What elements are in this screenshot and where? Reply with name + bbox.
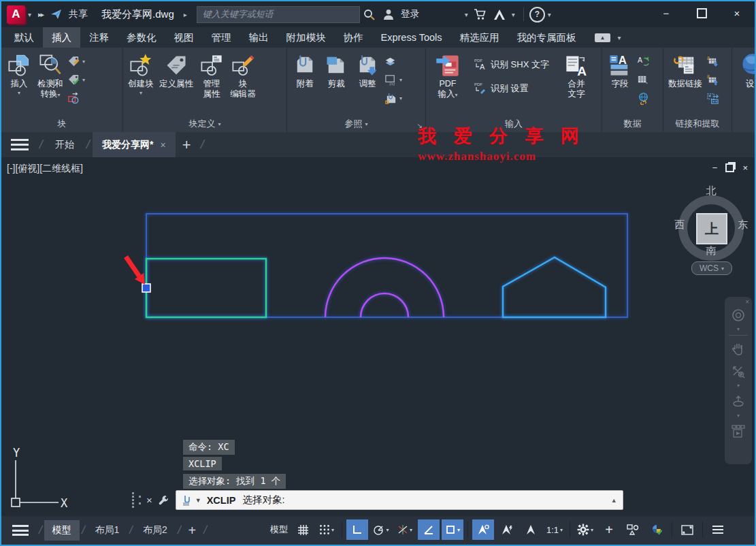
user-icon[interactable] <box>381 7 396 22</box>
file-tab-start[interactable]: 开始 <box>46 132 84 157</box>
selection-grip[interactable] <box>142 284 150 292</box>
viewport-controls-label[interactable]: [-][俯视][二维线框] <box>7 163 83 175</box>
zoom-caret-icon[interactable]: ▾ <box>725 383 752 390</box>
frame-caret-icon[interactable]: ▾ <box>399 77 402 83</box>
viewport-close-icon[interactable]: × <box>742 163 748 173</box>
navigation-wheel-icon[interactable] <box>725 304 752 327</box>
panel-link-extract-label[interactable]: 链接和提取 <box>663 116 732 132</box>
command-options-caret-icon[interactable]: ▼ <box>195 497 201 504</box>
sync-attribute-caret-icon[interactable]: ▾ <box>82 77 85 83</box>
autodesk-caret-icon[interactable]: ▾ <box>512 11 515 18</box>
isodraft-toggle[interactable] <box>418 519 440 540</box>
reference-dialog-launcher-icon[interactable]: ↘ <box>417 122 423 129</box>
command-line-close-icon[interactable]: × <box>146 494 152 506</box>
wcs-dropdown[interactable]: WCS▾ <box>691 261 732 275</box>
clip-button[interactable]: 剪裁 <box>321 50 351 91</box>
search-input[interactable]: 键入关键字或短语 <box>197 6 360 23</box>
edit-attribute-button[interactable]: ▾ <box>67 54 85 68</box>
tab-annotate[interactable]: 注释 <box>80 27 118 48</box>
tab-collaborate[interactable]: 协作 <box>335 27 372 48</box>
data-link-button[interactable]: 数据链接 <box>666 50 704 91</box>
file-tab-close-icon[interactable]: × <box>160 140 165 150</box>
panel-block-label[interactable]: 块 <box>1 116 122 132</box>
close-button[interactable]: × <box>719 1 755 25</box>
field-button[interactable]: A 字段 <box>605 50 635 91</box>
new-layout-button[interactable]: + <box>183 523 202 539</box>
grid-display-toggle[interactable] <box>292 519 314 540</box>
tab-output[interactable]: 输出 <box>240 27 278 48</box>
sync-attribute-button[interactable]: ▾ <box>67 73 85 86</box>
panel-block-definition-label[interactable]: 块定义▾ <box>123 116 286 132</box>
snap-mode-toggle[interactable]: ▾ <box>316 519 338 540</box>
navigation-bar[interactable]: × ▾ ▾ ▾ <box>725 297 752 464</box>
tab-express-tools[interactable]: Express Tools <box>372 27 451 48</box>
ribbon-collapse-caret-icon[interactable]: ▾ <box>617 34 621 42</box>
autodesk-logo-icon[interactable] <box>492 7 507 22</box>
ortho-mode-toggle[interactable] <box>346 519 368 540</box>
detect-convert-button[interactable]: 检测和转换▾ <box>35 50 65 101</box>
define-attributes-button[interactable]: 定义属性 <box>157 50 195 91</box>
upload-to-source-button[interactable]: 8 <box>706 73 719 86</box>
isolate-objects-button[interactable] <box>622 519 644 540</box>
title-caret-icon[interactable]: ▸ <box>184 11 187 18</box>
edit-attribute-caret-icon[interactable]: ▾ <box>82 59 85 65</box>
snap-caret-icon[interactable]: ▾ <box>331 527 334 533</box>
viewcube-top-face[interactable]: 上 <box>696 213 727 244</box>
command-line-customize-icon[interactable] <box>159 495 169 506</box>
drawing-area[interactable]: YX [-][俯视][二维线框] − × 北 西 东 上 南 WCS▾ × ▾ <box>1 157 755 516</box>
layout-menu-icon[interactable] <box>12 525 29 536</box>
underlay-layers-button[interactable] <box>384 54 402 68</box>
new-drawing-tab-button[interactable]: + <box>176 132 198 157</box>
workspace-caret-icon[interactable]: ▾ <box>591 527 593 533</box>
tab-featured-apps[interactable]: 精选应用 <box>451 27 508 48</box>
search-icon[interactable] <box>362 7 377 22</box>
command-line-drag-handle[interactable] <box>132 492 141 508</box>
model-paper-toggle[interactable]: 模型 <box>268 519 290 540</box>
create-block-button[interactable]: 创建块 ▾ <box>126 50 156 97</box>
share-button[interactable]: 共享 <box>69 8 88 20</box>
viewport-restore-icon[interactable] <box>725 163 734 172</box>
recognize-shx-text-button[interactable]: PDFA 识别 SHX 文字 <box>471 56 552 74</box>
maximize-button[interactable] <box>684 1 719 25</box>
app-store-cart-icon[interactable] <box>473 7 488 22</box>
replace-block-button[interactable] <box>67 91 85 105</box>
osnap-caret-icon[interactable]: ▾ <box>457 527 460 533</box>
customization-button[interactable] <box>707 519 729 540</box>
tab-parametric[interactable]: 参数化 <box>118 27 165 48</box>
orbit-caret-icon[interactable]: ▾ <box>725 413 752 420</box>
navbar-close-icon[interactable]: × <box>745 298 749 306</box>
navigation-wheel-caret-icon[interactable]: ▾ <box>725 327 752 334</box>
extract-data-button[interactable] <box>706 91 719 105</box>
tab-addins[interactable]: 附加模块 <box>278 27 335 48</box>
adjust-button[interactable]: 调整 <box>352 50 382 91</box>
layout1-tab[interactable]: 布局1 <box>86 520 127 541</box>
manage-attributes-button[interactable]: 管理属性 <box>197 50 227 101</box>
snap-underlay-caret-icon[interactable]: ▾ <box>399 95 402 101</box>
model-tab[interactable]: 模型 <box>44 520 80 541</box>
object-snap-tracking-toggle[interactable]: ▾ <box>394 519 416 540</box>
app-menu-caret-icon[interactable]: ▾ <box>28 11 31 18</box>
command-history-toggle-icon[interactable]: ▲ <box>611 497 617 504</box>
tab-insert[interactable]: 插入 <box>43 27 80 48</box>
tab-my-panel[interactable]: 我的专属面板 <box>508 27 585 48</box>
clean-screen-button[interactable] <box>676 519 698 540</box>
graphics-performance-button[interactable] <box>646 519 668 540</box>
pan-hand-icon[interactable] <box>725 337 752 360</box>
annotation-scale-value[interactable]: 1:1 ▾ <box>544 519 565 540</box>
ribbon-collapse-button[interactable]: ▲ <box>595 33 611 42</box>
orbit-icon[interactable] <box>725 390 752 413</box>
panel-reference-label[interactable]: 参照▾ <box>287 116 425 132</box>
command-input[interactable]: ▼ XCLIP 选择对象: ▲ <box>176 490 623 510</box>
help-caret-icon[interactable]: ▾ <box>548 11 551 18</box>
download-from-source-button[interactable]: 8 <box>706 54 719 68</box>
table-cells-button[interactable] <box>636 73 650 86</box>
panel-import-label[interactable]: 输入 <box>426 116 602 132</box>
combine-text-button[interactable]: A 合并文字 <box>561 50 591 101</box>
login-button[interactable]: 登录 <box>401 8 420 20</box>
file-tabs-menu-icon[interactable] <box>11 139 29 150</box>
workspace-switching-button[interactable]: ▾ <box>574 519 596 540</box>
help-icon[interactable]: ? <box>529 7 545 22</box>
viewcube-west[interactable]: 西 <box>674 219 685 231</box>
viewcube-east[interactable]: 东 <box>738 219 748 231</box>
quick-access-expand-icon[interactable]: ▸▸ <box>38 10 43 19</box>
